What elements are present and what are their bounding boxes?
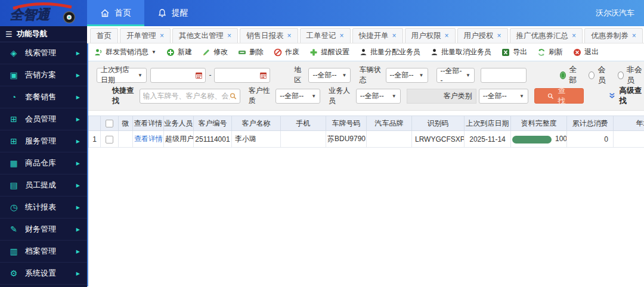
delete-button[interactable]: 删除: [238, 47, 264, 57]
annual-cell: [614, 131, 644, 148]
close-icon[interactable]: ×: [445, 32, 449, 39]
detail-cell: 查看详情: [133, 131, 164, 148]
calendar-icon[interactable]: [260, 71, 267, 79]
sidebar-item-commission[interactable]: ▤ 员工提成 ▶: [0, 174, 87, 196]
filter-row-1: 上次到店日期▼ - 地区 --全部--▼ 车辆状态 --全部--▼: [97, 67, 644, 83]
col-salesman[interactable]: 业务人员: [164, 116, 194, 131]
caret-down-icon: ▼: [342, 73, 347, 78]
row-select-cell: [101, 131, 119, 148]
new-button[interactable]: 新建: [166, 47, 192, 57]
close-icon[interactable]: ×: [392, 32, 397, 39]
edit-button[interactable]: 修改: [202, 47, 228, 57]
topnav-home[interactable]: 首页: [87, 0, 144, 26]
col-plate[interactable]: 车牌号码: [326, 116, 367, 131]
tab-coupon-summary[interactable]: 推广优惠券汇总×: [510, 28, 583, 43]
date-to-input[interactable]: [214, 68, 270, 83]
date-from-input[interactable]: [150, 68, 206, 83]
calendar-icon[interactable]: [196, 71, 202, 79]
extra-filter-input[interactable]: [481, 68, 527, 83]
row-number: 1: [89, 131, 101, 148]
caret-down-icon: ▼: [311, 93, 316, 99]
sidebar-header-label: 功能导航: [17, 29, 48, 39]
close-icon[interactable]: ×: [160, 32, 164, 39]
close-icon[interactable]: ×: [340, 32, 344, 39]
close-icon[interactable]: ×: [572, 32, 576, 39]
reminder-settings-button[interactable]: 提醒设置: [309, 47, 349, 57]
broadcast-marketing-button[interactable]: 群发营销消息▼: [94, 47, 156, 57]
close-icon[interactable]: ×: [497, 32, 501, 39]
tab-user-permission[interactable]: 用户权限×: [405, 28, 456, 43]
customer-nature-select[interactable]: --全部--▼: [275, 89, 320, 104]
tab-coupon-issue[interactable]: 优惠券制券×: [584, 28, 643, 43]
sidebar-item-marketing[interactable]: ▣ 营销方案 ▶: [0, 64, 87, 86]
date-field-select[interactable]: 上次到店日期▼: [97, 68, 147, 83]
customer-category-select[interactable]: --全部--▼: [479, 89, 528, 104]
region-select[interactable]: --全部--▼: [308, 68, 351, 83]
caret-down-icon: ▼: [419, 73, 424, 78]
select-all-checkbox[interactable]: [106, 120, 113, 127]
tab-quick-billing[interactable]: 快捷开单×: [352, 28, 403, 43]
advanced-search-button[interactable]: 高级查找: [609, 86, 644, 106]
close-icon[interactable]: ×: [227, 32, 231, 39]
app-logo: 全智通: [0, 0, 87, 26]
tab-user-auth[interactable]: 用户授权×: [457, 28, 508, 43]
sidebar-item-reports[interactable]: ◷ 统计报表 ▶: [0, 196, 87, 219]
file-icon: ▥: [9, 247, 18, 256]
salesman-select[interactable]: --全部--▼: [356, 89, 401, 104]
radio-all[interactable]: 全部: [560, 64, 580, 86]
radio-member[interactable]: 会员: [589, 64, 609, 86]
extra-filter-select[interactable]: --全部--▼: [436, 68, 475, 83]
void-button[interactable]: 作废: [274, 47, 299, 57]
exit-button[interactable]: 退出: [573, 47, 599, 57]
region-label: 地区: [294, 65, 306, 85]
sidebar-item-package-sales[interactable]: ◔ 套餐销售 ▶: [0, 86, 87, 108]
sidebar-item-members[interactable]: ⊞ 会员管理 ▶: [0, 108, 87, 130]
vehicle-status-select[interactable]: --全部--▼: [386, 68, 428, 83]
col-brand[interactable]: 汽车品牌: [367, 116, 412, 131]
sidebar-item-warehouse[interactable]: ▦ 商品仓库 ▶: [0, 152, 87, 174]
col-mobile[interactable]: 手机: [281, 116, 326, 131]
sidebar-item-label: 档案管理: [25, 246, 56, 257]
export-button[interactable]: 导出: [501, 47, 527, 57]
quick-search-input[interactable]: [140, 89, 240, 104]
view-detail-link[interactable]: 查看详情: [134, 135, 163, 143]
gear-icon: ⚙: [9, 269, 18, 278]
sidebar-item-label: 财务管理: [25, 224, 56, 235]
col-customer-no[interactable]: 客户编号: [194, 116, 232, 131]
col-completeness[interactable]: 资料完整度: [511, 116, 567, 131]
batch-unassign-button[interactable]: 批量取消业务员: [431, 47, 491, 57]
col-detail[interactable]: 查看详情: [133, 116, 164, 131]
radio-non-member[interactable]: 非会员: [618, 64, 644, 86]
close-icon[interactable]: ×: [632, 32, 636, 39]
col-last-visit[interactable]: 上次到店日期: [465, 116, 511, 131]
chevron-right-icon: ▶: [76, 161, 80, 166]
sidebar-item-settings[interactable]: ⚙ 系统设置 ▶: [0, 263, 87, 285]
grid-icon: ⊞: [9, 136, 18, 146]
plate-cell: 苏BDU9790: [326, 131, 367, 148]
tab-home[interactable]: 首页: [90, 28, 118, 43]
sidebar-item-label: 员工提成: [25, 180, 56, 191]
close-circle-icon: [573, 48, 581, 57]
sidebar-item-leads[interactable]: ◈ 线索管理 ▶: [0, 42, 87, 64]
col-annual[interactable]: 年均: [614, 116, 644, 131]
sidebar-item-archives[interactable]: ▥ 档案管理 ▶: [0, 241, 87, 263]
sidebar-item-services[interactable]: ⊞ 服务管理 ▶: [0, 130, 87, 152]
col-customer-name[interactable]: 客户名称: [232, 116, 281, 131]
tab-other-expense[interactable]: 其他支出管理×: [172, 28, 238, 43]
close-icon[interactable]: ×: [287, 32, 292, 39]
tab-billing[interactable]: 开单管理×: [120, 28, 171, 43]
refresh-button[interactable]: 刷新: [537, 47, 563, 57]
table-row[interactable]: 1 查看详情 超级用户 251114001 李小璐 苏BDU9790 LRWYG…: [89, 131, 644, 148]
clock-icon: ◷: [9, 202, 18, 212]
account-name[interactable]: 沃尔沃汽车: [596, 8, 644, 18]
batch-assign-button[interactable]: 批量分配业务员: [360, 47, 420, 57]
col-wechat[interactable]: 微: [119, 116, 133, 131]
row-checkbox[interactable]: [106, 136, 113, 144]
topnav-reminder[interactable]: 提醒: [144, 0, 202, 26]
col-total-spend[interactable]: 累计总消费: [567, 116, 614, 131]
tab-workorder[interactable]: 工单登记×: [300, 28, 351, 43]
search-button[interactable]: 查找: [534, 88, 584, 104]
tab-sales-daily[interactable]: 销售日报表×: [240, 28, 298, 43]
sidebar-item-finance[interactable]: ✎ 财务管理 ▶: [0, 219, 87, 241]
col-vin[interactable]: 识别码: [412, 116, 465, 131]
